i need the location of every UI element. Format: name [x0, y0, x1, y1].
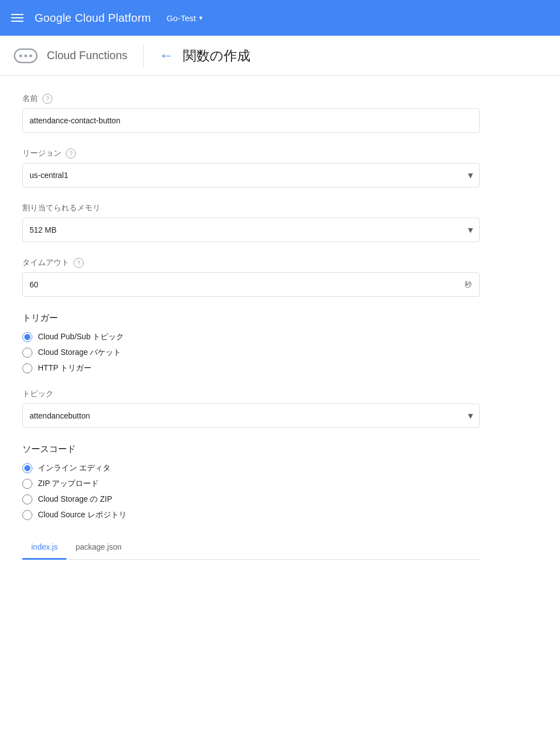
trigger-section-title: トリガー: [22, 312, 480, 324]
timeout-suffix: 秒: [465, 280, 472, 290]
svg-point-1: [20, 54, 22, 57]
name-field-group: 名前 ?: [22, 94, 480, 133]
tab-packagejson[interactable]: package.json: [66, 536, 131, 560]
timeout-help-icon[interactable]: ?: [74, 258, 84, 268]
name-help-icon[interactable]: ?: [42, 94, 52, 104]
region-field-group: リージョン ? us-central1 us-east1 europe-west…: [22, 148, 480, 188]
trigger-pubsub-label: Cloud Pub/Sub トピック: [38, 332, 124, 342]
project-selector[interactable]: Go-Test ▾: [167, 13, 203, 23]
region-select-wrapper: us-central1 us-east1 europe-west1 asia-e…: [22, 163, 480, 188]
source-radio-inline[interactable]: [22, 463, 32, 473]
trigger-radio-storage[interactable]: [22, 348, 32, 358]
timeout-input-wrapper: 秒: [22, 272, 480, 297]
memory-select[interactable]: 128 MB 256 MB 512 MB 1 GB 2 GB: [22, 218, 480, 242]
topic-field-group: トピック attendancebutton ▾: [22, 389, 480, 428]
memory-field-group: 割り当てられるメモリ 128 MB 256 MB 512 MB 1 GB 2 G…: [22, 203, 480, 242]
sub-header: Cloud Functions ← 関数の作成: [0, 36, 560, 76]
trigger-radio-group: Cloud Pub/Sub トピック Cloud Storage バケット HT…: [22, 332, 480, 373]
timeout-input[interactable]: [22, 272, 480, 297]
trigger-radio-pubsub[interactable]: [22, 332, 32, 342]
tab-indexjs[interactable]: index.js: [22, 536, 66, 560]
trigger-group: トリガー Cloud Pub/Sub トピック Cloud Storage バケ…: [22, 312, 480, 373]
name-input[interactable]: [22, 108, 480, 133]
menu-icon[interactable]: [11, 14, 23, 22]
source-radio-zip[interactable]: [22, 479, 32, 489]
source-option-repo[interactable]: Cloud Source レポジトリ: [22, 510, 480, 520]
main-content: 名前 ? リージョン ? us-central1 us-east1 europe…: [0, 76, 502, 578]
source-gcs-zip-label: Cloud Storage の ZIP: [38, 494, 112, 504]
region-label: リージョン ?: [22, 148, 480, 158]
source-option-inline[interactable]: インライン エディタ: [22, 463, 480, 473]
source-inline-label: インライン エディタ: [38, 463, 110, 473]
trigger-option-storage[interactable]: Cloud Storage バケット: [22, 348, 480, 358]
memory-label: 割り当てられるメモリ: [22, 203, 480, 213]
sub-header-right: ← 関数の作成: [144, 47, 250, 65]
source-section-title: ソースコード: [22, 444, 480, 455]
sub-header-app-name: Cloud Functions: [47, 49, 128, 62]
svg-point-2: [25, 54, 27, 57]
source-zip-label: ZIP アップロード: [38, 479, 99, 489]
cloud-functions-icon: [13, 44, 38, 68]
page-title: 関数の作成: [183, 47, 250, 65]
trigger-radio-http[interactable]: [22, 363, 32, 373]
trigger-storage-label: Cloud Storage バケット: [38, 348, 121, 358]
region-select[interactable]: us-central1 us-east1 europe-west1 asia-e…: [22, 163, 480, 188]
source-option-zip[interactable]: ZIP アップロード: [22, 479, 480, 489]
back-button[interactable]: ←: [160, 47, 174, 64]
header: Google Cloud Platform Go-Test ▾: [0, 0, 560, 36]
region-help-icon[interactable]: ?: [66, 148, 76, 158]
project-name: Go-Test: [167, 13, 196, 23]
topic-label: トピック: [22, 389, 480, 399]
name-label: 名前 ?: [22, 94, 480, 104]
timeout-field-group: タイムアウト ? 秒: [22, 258, 480, 297]
source-repo-label: Cloud Source レポジトリ: [38, 510, 127, 520]
timeout-label: タイムアウト ?: [22, 258, 480, 268]
trigger-option-pubsub[interactable]: Cloud Pub/Sub トピック: [22, 332, 480, 342]
project-dropdown-arrow: ▾: [199, 14, 202, 22]
topic-select[interactable]: attendancebutton: [22, 403, 480, 428]
topic-select-wrapper: attendancebutton ▾: [22, 403, 480, 428]
app-title: Google Cloud Platform: [35, 12, 151, 25]
sub-header-brand: Cloud Functions: [13, 44, 144, 68]
editor-tabs: index.js package.json: [22, 536, 480, 560]
source-radio-group: インライン エディタ ZIP アップロード Cloud Storage の ZI…: [22, 463, 480, 520]
source-radio-gcs-zip[interactable]: [22, 494, 32, 504]
trigger-option-http[interactable]: HTTP トリガー: [22, 363, 480, 373]
source-radio-repo[interactable]: [22, 510, 32, 520]
memory-select-wrapper: 128 MB 256 MB 512 MB 1 GB 2 GB ▾: [22, 218, 480, 242]
source-option-gcs-zip[interactable]: Cloud Storage の ZIP: [22, 494, 480, 504]
source-code-group: ソースコード インライン エディタ ZIP アップロード Cloud Stora…: [22, 444, 480, 520]
svg-point-3: [30, 54, 32, 57]
trigger-http-label: HTTP トリガー: [38, 363, 91, 373]
